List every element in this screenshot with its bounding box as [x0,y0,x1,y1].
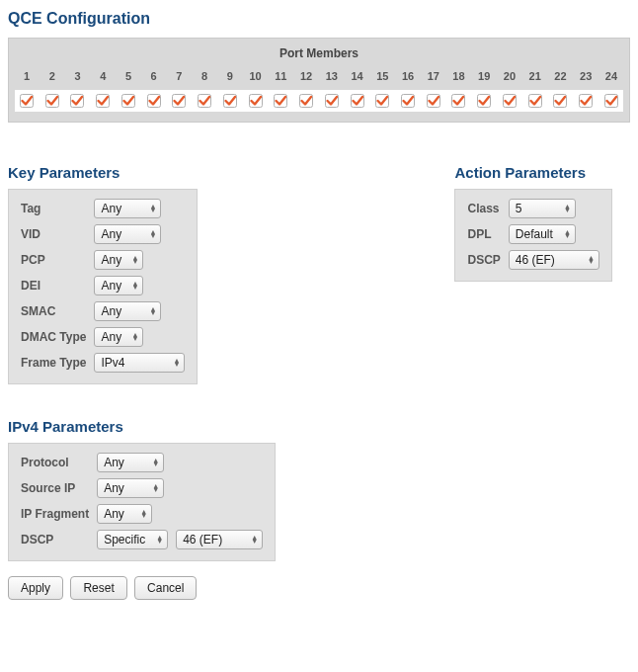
ipv4-parameters-panel: Protocol Any▲▼ Source IP Any▲▼ IP Fragme… [8,443,276,561]
port-checkbox[interactable] [576,94,596,108]
select-dscp-mode[interactable]: Specific▲▼ [97,530,168,549]
port-number: 17 [424,70,443,82]
label-vid: VID [17,221,90,247]
label-dmac-type: DMAC Type [17,324,90,350]
port-checkbox[interactable] [169,94,189,108]
port-number: 12 [296,70,316,82]
port-checkbox[interactable] [372,94,392,108]
port-checkbox[interactable] [601,94,621,108]
reset-button[interactable]: Reset [70,576,126,600]
port-checkbox[interactable] [296,94,316,108]
select-class[interactable]: 5▲▼ [509,199,576,218]
label-dscp-action: DSCP [463,247,504,273]
port-number: 4 [93,70,113,82]
port-number: 9 [220,70,240,82]
apply-button[interactable]: Apply [8,576,63,600]
port-number: 18 [448,70,468,82]
port-number-row: 1 2 3 4 5 6 7 8 9 10 11 12 13 14 15 16 1… [15,70,623,82]
label-frame-type: Frame Type [17,350,90,376]
page-title: QCE Configuration [8,10,630,28]
port-number: 21 [525,70,545,82]
port-number: 23 [576,70,596,82]
action-parameters-title: Action Parameters [454,164,611,181]
port-checkbox[interactable] [525,94,545,108]
label-dpl: DPL [463,221,504,247]
select-vid[interactable]: Any▲▼ [94,224,161,244]
port-checkbox[interactable] [93,94,113,108]
select-dmac-type[interactable]: Any▲▼ [94,327,143,347]
port-checkbox[interactable] [246,94,266,108]
port-checkbox[interactable] [398,94,418,108]
label-pcp: PCP [17,247,90,273]
port-checkbox[interactable] [144,94,164,108]
port-members-title: Port Members [15,46,623,60]
port-number: 8 [195,70,214,82]
port-checkbox[interactable] [67,94,87,108]
port-checkbox[interactable] [119,94,138,108]
port-number: 1 [17,70,37,82]
port-number: 7 [169,70,189,82]
select-smac[interactable]: Any▲▼ [94,301,161,321]
port-number: 6 [144,70,164,82]
port-checkbox[interactable] [271,94,290,108]
label-class: Class [463,196,504,221]
port-number: 19 [474,70,494,82]
select-protocol[interactable]: Any▲▼ [97,453,164,472]
select-ip-fragment[interactable]: Any▲▼ [97,504,152,524]
port-checkbox[interactable] [42,94,62,108]
port-number: 2 [42,70,62,82]
label-dscp-ipv4: DSCP [17,527,93,552]
key-parameters-title: Key Parameters [8,164,198,181]
button-row: Apply Reset Cancel [8,576,630,600]
select-pcp[interactable]: Any▲▼ [94,250,143,270]
label-tag: Tag [17,196,90,221]
port-number: 5 [119,70,138,82]
action-parameters-section: Action Parameters Class 5▲▼ DPL Default▲… [454,160,611,282]
action-parameters-panel: Class 5▲▼ DPL Default▲▼ DSCP 46 (EF)▲▼ [454,189,611,282]
port-number: 22 [550,70,570,82]
port-number: 16 [398,70,418,82]
port-checkbox[interactable] [17,94,37,108]
port-number: 11 [271,70,290,82]
port-checkbox[interactable] [348,94,367,108]
key-parameters-section: Key Parameters Tag Any▲▼ VID Any▲▼ PCP A… [8,160,198,384]
select-source-ip[interactable]: Any▲▼ [97,478,164,498]
port-number: 20 [500,70,519,82]
label-protocol: Protocol [17,450,93,475]
label-ip-fragment: IP Fragment [17,501,93,527]
port-checkbox[interactable] [550,94,570,108]
key-parameters-panel: Tag Any▲▼ VID Any▲▼ PCP Any▲▼ DEI Any▲▼ … [8,189,198,384]
ipv4-parameters-section: IPv4 Parameters Protocol Any▲▼ Source IP… [8,418,630,564]
port-number: 13 [322,70,342,82]
label-dei: DEI [17,273,90,298]
port-members-panel: Port Members 1 2 3 4 5 6 7 8 9 10 11 12 … [8,38,630,123]
port-checkbox[interactable] [500,94,519,108]
port-number: 10 [246,70,266,82]
port-checkbox[interactable] [220,94,240,108]
port-checkbox[interactable] [195,94,214,108]
select-frame-type[interactable]: IPv4▲▼ [94,353,185,373]
port-number: 3 [67,70,87,82]
port-checkbox[interactable] [424,94,443,108]
port-number: 24 [601,70,621,82]
select-tag[interactable]: Any▲▼ [94,199,161,218]
cancel-button[interactable]: Cancel [134,576,197,600]
select-dpl[interactable]: Default▲▼ [509,224,576,244]
port-checkbox[interactable] [448,94,468,108]
select-dscp-value[interactable]: 46 (EF)▲▼ [176,530,263,549]
port-number: 14 [348,70,367,82]
ipv4-parameters-title: IPv4 Parameters [8,418,630,435]
select-dscp-action[interactable]: 46 (EF)▲▼ [509,250,599,270]
label-source-ip: Source IP [17,475,93,501]
port-number: 15 [372,70,392,82]
port-checkbox[interactable] [474,94,494,108]
select-dei[interactable]: Any▲▼ [94,276,143,295]
label-smac: SMAC [17,298,90,324]
port-checkbox-row [15,90,623,112]
port-checkbox[interactable] [322,94,342,108]
